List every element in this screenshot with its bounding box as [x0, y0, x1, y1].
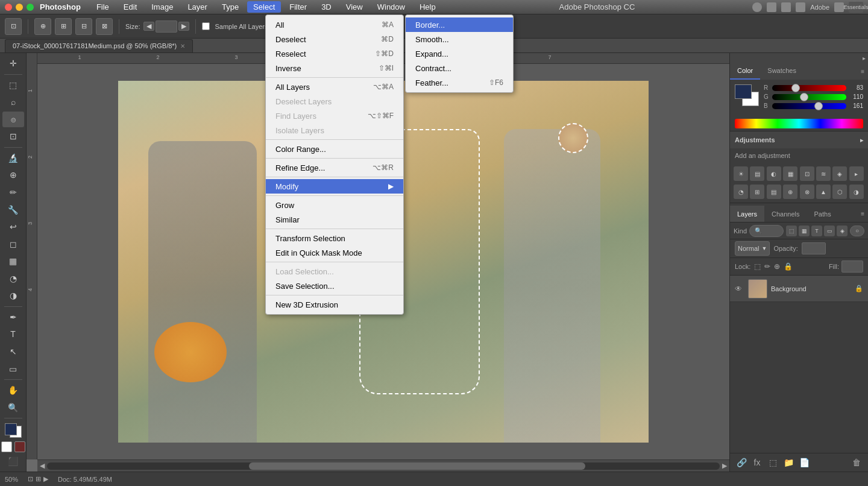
lock-position-icon[interactable]: ⊕ [774, 262, 780, 271]
move-tool[interactable]: ✛ [2, 55, 24, 72]
black-white-adj-icon[interactable]: ▸ [849, 166, 864, 181]
gradient-map-adj-icon[interactable]: ⬡ [832, 185, 847, 199]
delete-layer-btn[interactable]: 🗑 [850, 456, 863, 469]
brush-tool[interactable]: ✏ [2, 185, 24, 201]
menu-select[interactable]: Select [247, 1, 281, 13]
tab-paths[interactable]: Paths [807, 206, 838, 222]
sample-all-layers-label[interactable]: Sample All Layers [202, 22, 268, 30]
hand-tool[interactable]: ✋ [2, 382, 24, 399]
create-group-btn[interactable]: 📁 [782, 456, 795, 469]
curves-adj-icon[interactable]: ◐ [767, 166, 781, 181]
blend-mode-selector[interactable]: Normal ▼ [735, 241, 770, 256]
size-increase-btn[interactable]: ▶ [178, 22, 189, 31]
menu-modify[interactable]: Modify ▶ [266, 179, 403, 194]
minimize-button[interactable] [16, 4, 23, 11]
filter-adjustment-icon[interactable]: ▦ [799, 226, 810, 236]
exposure-adj-icon[interactable]: ▦ [783, 166, 797, 181]
marquee-tool[interactable]: ⬚ [2, 77, 24, 93]
eraser-tool[interactable]: ◻ [2, 236, 24, 252]
submenu-expand[interactable]: Expand... [406, 46, 513, 61]
red-thumb[interactable] [791, 84, 800, 92]
menu-refine-edge[interactable]: Refine Edge... ⌥⌘R [266, 160, 403, 175]
filter-shape-icon[interactable]: ▭ [824, 226, 835, 236]
essentials-dropdown[interactable]: Essentials [849, 2, 863, 13]
scroll-left-btn[interactable]: ◀ [40, 462, 45, 470]
blue-slider[interactable] [772, 103, 846, 109]
threshold-adj-icon[interactable]: ▲ [816, 185, 831, 199]
tab-color[interactable]: Color [730, 63, 760, 80]
zoom-reveal-icon[interactable]: ▶ [43, 475, 48, 483]
menu-deselect[interactable]: Deselect ⌘D [266, 32, 403, 46]
filter-smart-icon[interactable]: ◈ [837, 226, 848, 236]
scrollbar-thumb[interactable] [249, 462, 585, 470]
document-tab[interactable]: 07-iStock_000017617181Medium.psd @ 50% (… [5, 39, 193, 52]
menu-filter[interactable]: Filter [283, 1, 313, 13]
menu-3d[interactable]: 3D [315, 1, 338, 13]
submenu-border[interactable]: Border... [406, 17, 513, 32]
layers-menu-icon[interactable]: ≡ [861, 210, 864, 217]
dodge-tool[interactable]: ◑ [2, 288, 24, 304]
menu-all[interactable]: All ⌘A [266, 17, 403, 32]
zoom-tool[interactable]: 🔍 [2, 399, 24, 415]
color-panel-menu[interactable]: ≡ [857, 63, 868, 80]
selective-color-adj-icon[interactable]: ◑ [849, 185, 864, 199]
menu-new-3d-extrusion[interactable]: New 3D Extrusion [266, 297, 403, 312]
heal-tool[interactable]: ⊕ [2, 167, 24, 183]
foreground-color-swatch[interactable] [5, 423, 17, 435]
size-input[interactable]: 20 [156, 21, 177, 33]
green-thumb[interactable] [800, 93, 808, 101]
layers-search[interactable]: 🔍 [749, 225, 784, 237]
menu-similar[interactable]: Similar [266, 212, 403, 227]
clone-tool[interactable]: 🔧 [2, 201, 24, 218]
lock-all-icon[interactable]: 🔒 [784, 262, 793, 271]
subtract-selection-btn[interactable]: ⊟ [75, 18, 92, 35]
tab-close-icon[interactable]: ✕ [180, 43, 185, 49]
tab-swatches[interactable]: Swatches [760, 63, 804, 80]
new-selection-btn[interactable]: ⊕ [34, 18, 51, 35]
horizontal-scrollbar[interactable]: ◀ ▶ [37, 459, 729, 472]
posterize-adj-icon[interactable]: ⊗ [800, 185, 814, 199]
zoom-actual-icon[interactable]: ⊞ [36, 475, 41, 483]
color-picker[interactable] [2, 421, 24, 440]
text-tool[interactable]: T [2, 326, 24, 342]
color-balance-adj-icon[interactable]: ◈ [832, 166, 847, 181]
maximize-button[interactable] [27, 4, 34, 11]
menu-layer[interactable]: Layer [181, 1, 213, 13]
menu-edit[interactable]: Edit [118, 1, 143, 13]
zoom-controls[interactable]: ⊡ ⊞ ▶ [28, 475, 48, 483]
levels-adj-icon[interactable]: ▤ [750, 166, 764, 181]
tab-layers[interactable]: Layers [730, 206, 764, 222]
crop-tool[interactable]: ⊡ [2, 128, 24, 145]
menu-view[interactable]: View [340, 1, 369, 13]
zoom-fit-icon[interactable]: ⊡ [28, 475, 33, 483]
hue-adj-icon[interactable]: ≋ [816, 166, 831, 181]
adjustments-collapse-icon[interactable]: ▸ [860, 137, 863, 144]
menu-file[interactable]: File [90, 1, 115, 13]
pen-tool[interactable]: ✒ [2, 309, 24, 326]
menu-grow[interactable]: Grow [266, 198, 403, 212]
add-mask-btn[interactable]: ⬚ [766, 456, 779, 469]
adjustments-header[interactable]: Adjustments ▸ [730, 131, 868, 148]
menu-image[interactable]: Image [145, 1, 179, 13]
invert-adj-icon[interactable]: ⊕ [783, 185, 797, 199]
scroll-right-btn[interactable]: ▶ [722, 462, 727, 470]
shape-tool[interactable]: ▭ [2, 361, 24, 377]
lock-transparent-icon[interactable]: ⬚ [754, 262, 761, 271]
menu-window[interactable]: Window [371, 1, 411, 13]
size-control[interactable]: ◀ 20 ▶ [143, 21, 189, 33]
menu-help[interactable]: Help [414, 1, 442, 13]
screen-mode-btn[interactable]: ⬛ [2, 453, 24, 470]
menu-inverse[interactable]: Inverse ⇧⌘I [266, 61, 403, 75]
eyedropper-tool[interactable]: 🔬 [2, 150, 24, 166]
history-tool[interactable]: ↩ [2, 219, 24, 235]
collapse-icon[interactable]: ▸ [863, 55, 866, 62]
submenu-contract[interactable]: Contract... [406, 61, 513, 75]
layer-filter-toggle[interactable]: ○ [850, 226, 864, 236]
size-decrease-btn[interactable]: ◀ [143, 22, 154, 31]
color-spectrum[interactable] [735, 119, 863, 128]
submenu-feather[interactable]: Feather... ⇧F6 [406, 75, 513, 90]
close-button[interactable] [5, 4, 12, 11]
quick-mask-btn[interactable] [14, 441, 25, 452]
blue-thumb[interactable] [814, 102, 823, 110]
create-layer-btn[interactable]: 📄 [797, 456, 811, 469]
